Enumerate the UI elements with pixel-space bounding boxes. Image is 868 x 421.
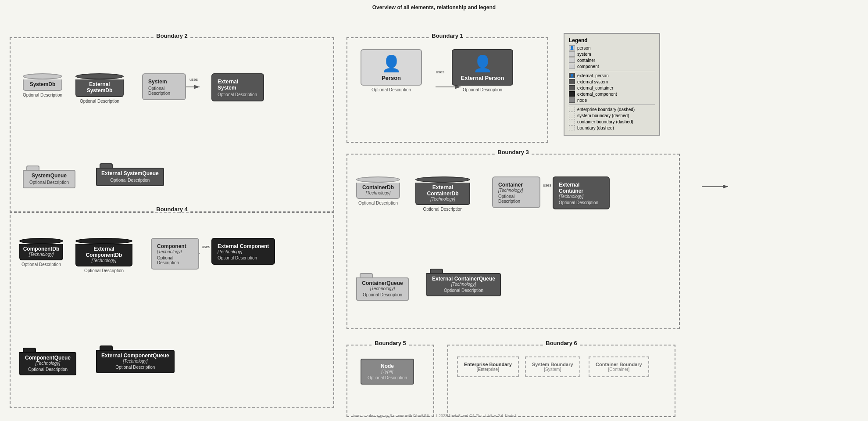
boundary-2: Boundary 2 SystemDb Optional Description… (10, 37, 334, 213)
legend-item-container-boundary: container boundary (dashed) (569, 119, 655, 124)
boundary-6-label: Boundary 6 (544, 340, 579, 346)
system-db-element: SystemDb Optional Description (23, 73, 62, 97)
external-component-element: External Component [Technology] Optional… (211, 238, 275, 265)
uses-label-b3: uses (543, 183, 551, 187)
external-component-queue-element: External ComponentQueue [Technology] Opt… (96, 345, 175, 373)
external-container-db-element: External ContainerDb [Technology] Option… (415, 176, 470, 212)
external-person-element: 👤 External Person Optional Description (452, 49, 513, 92)
system-queue-element: SystemQueue Optional Description (23, 166, 75, 188)
legend-box: Legend 👤 person system container compone… (564, 33, 660, 136)
legend-item-component: component (569, 64, 655, 69)
external-system-element: External System Optional Description (211, 73, 264, 101)
page-title: Overview of all elements, relationship a… (0, 0, 868, 13)
legend-item-enterprise-boundary: enterprise boundary (dashed) (569, 107, 655, 112)
legend-title: Legend (569, 37, 655, 43)
person-icon: 👤 (382, 54, 401, 73)
system-boundary-element: System Boundary [System] (525, 356, 580, 377)
container-queue-element: ContainerQueue [Technology] Optional Des… (356, 273, 409, 301)
uses-label-b1: uses (436, 70, 444, 74)
person-element: 👤 Person Optional Description (361, 49, 422, 92)
boundary-6: Boundary 6 Enterprise Boundary [Enterpri… (447, 345, 675, 417)
boundary-1-label: Boundary 1 (430, 32, 465, 39)
external-container-queue-element: External ContainerQueue [Technology] Opt… (426, 269, 501, 296)
component-queue-element: ComponentQueue [Technology] Optional Des… (19, 348, 76, 375)
boundary-3-label: Boundary 3 (496, 149, 531, 155)
component-db-element: ComponentDb [Technology] Optional Descri… (19, 238, 63, 267)
boundary-1: Boundary 1 👤 Person Optional Description… (346, 37, 548, 143)
container-boundary-element: Container Boundary [Container] (589, 356, 649, 377)
external-component-db-element: External ComponentDb [Technology] Option… (75, 238, 132, 273)
external-container-element: External Container [Technology] Optional… (553, 176, 610, 209)
legend-item-node: node (569, 97, 655, 103)
legend-item-system: system (569, 51, 655, 57)
legend-item-container: container (569, 58, 655, 63)
external-system-queue-element: External SystemQueue Optional Descriptio… (96, 163, 164, 186)
uses-label-b2: uses (189, 77, 198, 82)
footer-text: theme seaborn_gray_9 drawn with PlantUML… (351, 414, 516, 418)
enterprise-boundary-element: Enterprise Boundary [Enterprise] (457, 356, 519, 377)
legend-item-external-person: 👤 external_person (569, 73, 655, 78)
legend-item-system-boundary: system boundary (dashed) (569, 113, 655, 118)
legend-item-boundary: boundary (dashed) (569, 125, 655, 130)
external-person-icon: 👤 (473, 54, 493, 73)
boundary-2-label: Boundary 2 (154, 32, 189, 39)
boundary-3: Boundary 3 ContainerDb [Technology] Opti… (346, 154, 680, 329)
external-system-db-element: External SystemDb Optional Description (75, 73, 124, 104)
node-element: Node [Type] Optional Description (361, 359, 414, 385)
legend-item-external-container: external_container (569, 85, 655, 90)
container-db-element: ContainerDb [Technology] Optional Descri… (356, 176, 400, 205)
legend-item-person: 👤 person (569, 45, 655, 50)
component-element: Component [Technology] Optional Descript… (151, 238, 199, 270)
boundary-4: Boundary 4 ComponentDb [Technology] Opti… (10, 211, 334, 408)
boundary-5-label: Boundary 5 (373, 340, 408, 346)
system-element: System Optional Description (142, 73, 186, 100)
container-element: Container [Technology] Optional Descript… (492, 176, 540, 208)
uses-label-b4: uses (202, 245, 210, 249)
boundary-5: Boundary 5 Node [Type] Optional Descript… (346, 345, 434, 417)
legend-item-external-system: external system (569, 79, 655, 84)
legend-item-external-component: external_component (569, 91, 655, 97)
boundary-4-label: Boundary 4 (154, 206, 189, 212)
